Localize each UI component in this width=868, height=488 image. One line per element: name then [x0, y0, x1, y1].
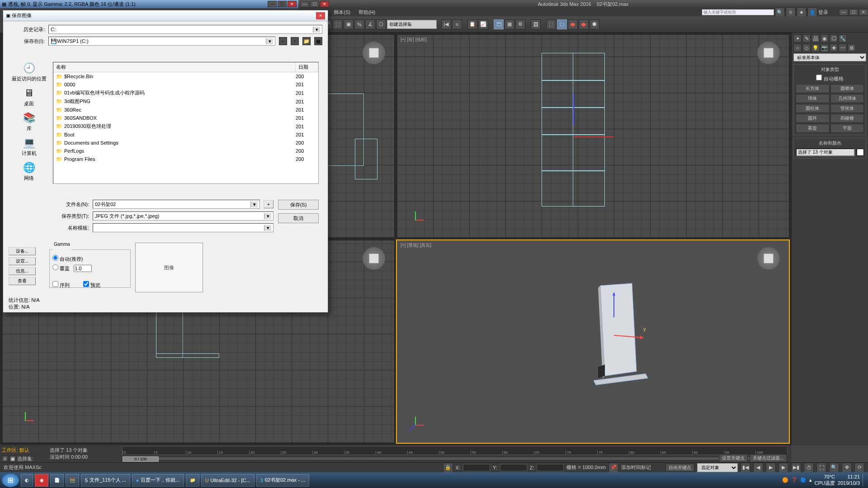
plus-button[interactable]: +: [264, 200, 274, 208]
time-tag-icon[interactable]: 📌: [609, 463, 618, 473]
device-button[interactable]: 设备...: [9, 247, 36, 255]
snap-icon[interactable]: ⬡: [376, 19, 386, 29]
viewcube-top[interactable]: [363, 42, 385, 64]
viewport-bg-icon[interactable]: ▢: [557, 19, 567, 29]
tray-icon-3[interactable]: 🔵: [800, 477, 807, 483]
primitive-茶壶[interactable]: 茶壶: [796, 124, 830, 133]
lights-icon[interactable]: 💡: [811, 44, 820, 52]
file-row[interactable]: 📁01vb编写双色球号码生成小程序源码201: [53, 89, 318, 97]
new-folder-icon[interactable]: 📁: [302, 37, 311, 45]
render-frame-icon[interactable]: 🖼: [531, 19, 541, 29]
tray-icon-2[interactable]: ❓: [791, 477, 797, 483]
next-key-icon[interactable]: ▶▮: [791, 463, 801, 473]
key-target-dropdown[interactable]: 选定对象: [697, 463, 738, 472]
auto-key-button[interactable]: 自动关键点: [665, 464, 694, 472]
info-button[interactable]: 信息...: [9, 267, 36, 275]
frame-indicator[interactable]: 0 / 100: [123, 456, 159, 462]
file-row[interactable]: 📁3d截图PNG201: [53, 97, 318, 106]
viewcube-persp[interactable]: [757, 247, 780, 270]
material-editor-icon[interactable]: ▦: [505, 19, 514, 29]
add-time-tag[interactable]: 添加时间标记: [621, 464, 651, 471]
place-网络[interactable]: 🌐网络: [22, 161, 36, 182]
systems-icon[interactable]: ⚙: [848, 44, 856, 52]
lock-icon[interactable]: 🔒: [443, 463, 453, 473]
hierarchy-tab-icon[interactable]: 品: [811, 34, 820, 42]
task-item-2[interactable]: ●百度一下，你就...: [132, 474, 184, 487]
file-row[interactable]: 📁Documents and Settings200: [53, 139, 318, 147]
primitive-四棱锥[interactable]: 四棱锥: [830, 114, 864, 123]
object-color-swatch[interactable]: [857, 149, 864, 156]
sequence-checkbox[interactable]: [52, 281, 58, 287]
search-input[interactable]: [702, 9, 774, 15]
col-name[interactable]: 名称: [53, 62, 296, 72]
time-config-icon[interactable]: ⏱: [804, 463, 814, 473]
isolate-icon[interactable]: ▣: [9, 455, 16, 462]
task-pinned-1[interactable]: ◐: [21, 474, 33, 487]
login-icon[interactable]: 👤: [807, 7, 817, 17]
coord-z-input[interactable]: [537, 464, 564, 471]
zoom-icon[interactable]: 🔍: [829, 463, 839, 473]
primitive-category-dropdown[interactable]: 标准基本体: [793, 53, 866, 61]
spacewarp-icon[interactable]: 〰: [839, 44, 847, 52]
modify-tab-icon[interactable]: ✎: [802, 34, 811, 42]
primitive-管状体[interactable]: 管状体: [830, 104, 864, 113]
render-close-button[interactable]: ✕: [288, 1, 297, 7]
window-restore-button[interactable]: ☐: [310, 1, 319, 7]
timeline-slider[interactable]: 0 / 100: [122, 457, 788, 460]
menu-script[interactable]: 脚本(S): [330, 8, 354, 17]
selection-set-dropdown[interactable]: 创建选择集: [387, 20, 437, 29]
timeline[interactable]: 0510152025303540455055606570758085909510…: [122, 446, 788, 455]
scale-icon[interactable]: ▣: [344, 19, 354, 29]
search-icon[interactable]: 🔍: [775, 7, 785, 17]
col-date[interactable]: 日期: [296, 62, 318, 72]
file-row[interactable]: 📁PerfLogs200: [53, 147, 318, 155]
place-最近访问的位置[interactable]: 🕘最近访问的位置: [12, 62, 47, 82]
primitive-圆柱体[interactable]: 圆柱体: [796, 104, 830, 113]
primitive-长方体[interactable]: 长方体: [796, 84, 830, 93]
task-item-1[interactable]: 5文件_115个人 ...: [81, 474, 130, 487]
create-tab-icon[interactable]: ✦: [793, 34, 802, 42]
tray-up-icon[interactable]: ▴: [809, 477, 812, 483]
task-pinned-4[interactable]: 🧮: [66, 474, 79, 487]
orbit-icon[interactable]: ⟳: [854, 463, 864, 473]
angle-icon[interactable]: ∡: [365, 19, 375, 29]
file-row[interactable]: 📁$Recycle.Bin200: [53, 72, 318, 80]
file-row[interactable]: 📁360Rec201: [53, 106, 318, 114]
geometry-icon[interactable]: ○: [793, 44, 802, 52]
file-row[interactable]: 📁Boot201: [53, 131, 318, 139]
doc-min-button[interactable]: —: [839, 9, 848, 15]
history-dropdown[interactable]: C:▾: [48, 25, 322, 34]
login-label[interactable]: 登录: [818, 9, 828, 16]
shapes-icon[interactable]: ◇: [802, 44, 811, 52]
pan-icon[interactable]: ✥: [842, 463, 852, 473]
task-item-4[interactable]: UUltraEdit-32 - [C...: [201, 474, 255, 487]
align-icon[interactable]: ≡: [452, 19, 462, 29]
coord-x-input[interactable]: [463, 464, 490, 471]
doc-close-button[interactable]: ✕: [859, 9, 868, 15]
particle-icon[interactable]: ⬢: [590, 19, 599, 29]
prev-frame-icon[interactable]: ◀: [753, 463, 763, 473]
primitive-圆锥体[interactable]: 圆锥体: [830, 84, 864, 93]
gamma-value-input[interactable]: [74, 265, 92, 272]
schematic-view-icon[interactable]: 🗔: [494, 19, 504, 29]
play-icon[interactable]: ▶: [766, 463, 776, 473]
viewcube-front[interactable]: [757, 42, 780, 64]
schematic-icon[interactable]: ⬚: [333, 19, 343, 29]
file-row[interactable]: 📁20190930双色球处理201: [53, 122, 318, 131]
primitive-圆环[interactable]: 圆环: [796, 114, 830, 123]
render-setup-icon[interactable]: ⚙: [515, 19, 525, 29]
up-icon[interactable]: ↑: [291, 37, 299, 45]
task-pinned-2[interactable]: ◉: [35, 474, 48, 487]
viewport-front[interactable]: [+] [前] [线框]: [396, 34, 789, 238]
cameras-icon[interactable]: 📷: [821, 44, 829, 52]
display-tab-icon[interactable]: 🖵: [830, 34, 838, 42]
filetype-dropdown[interactable]: JPEG 文件 (*.jpg,*.jpe,*.jpeg)▾: [93, 211, 274, 221]
layer-icon[interactable]: 📋: [467, 19, 477, 29]
key-filter-button[interactable]: 关键点过滤器...: [750, 454, 787, 462]
auto-grid-checkbox[interactable]: [816, 75, 822, 80]
show-desktop-button[interactable]: [863, 474, 866, 487]
task-pinned-3[interactable]: 📄: [50, 474, 64, 487]
doc-max-button[interactable]: ☐: [849, 9, 858, 15]
mirror-icon[interactable]: |◀: [441, 19, 451, 29]
object-name-field[interactable]: [796, 148, 855, 156]
